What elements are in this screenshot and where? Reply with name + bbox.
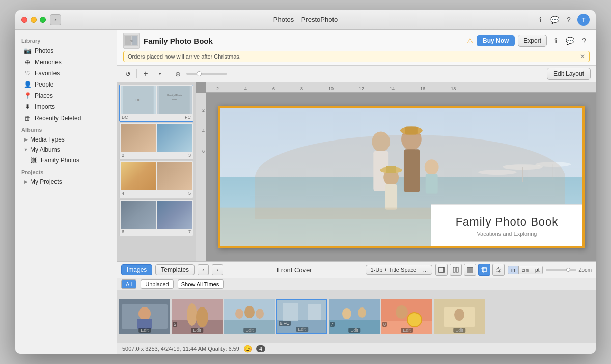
nav-prev-button[interactable]: ‹ [198, 264, 209, 275]
unit-in[interactable]: in [508, 266, 519, 274]
sidebar-item-my-projects[interactable]: ▶ My Projects [17, 177, 115, 187]
sidebar-item-imports[interactable]: ⬇ Imports [17, 101, 115, 113]
trash-icon: 🗑 [23, 114, 32, 122]
toolbar-separator-1 [136, 69, 137, 78]
sidebar-item-my-albums-label: My Albums [30, 146, 60, 153]
thumbnail-1[interactable]: BC Family Photo Book [119, 85, 193, 122]
book-canvas: Family Photo Book Vacations and Explorin… [206, 93, 596, 261]
svg-point-16 [372, 131, 390, 152]
svg-text:Book: Book [172, 98, 177, 101]
notification-close[interactable]: ✕ [580, 53, 585, 60]
zoom-handle[interactable] [566, 268, 570, 272]
thumbnail-4[interactable]: 67 [119, 199, 193, 236]
svg-marker-37 [496, 267, 501, 272]
time-filter[interactable]: Show All Times [178, 279, 224, 289]
back-button[interactable]: ‹ [50, 14, 61, 25]
zoom-control: Zoom [546, 267, 592, 273]
help-button[interactable]: ? [578, 35, 590, 46]
svg-rect-25 [385, 184, 397, 209]
export-button[interactable]: Export [518, 35, 547, 47]
thumb-label-2: 23 [121, 152, 192, 158]
svg-rect-21 [405, 126, 417, 134]
star-icon[interactable] [492, 264, 505, 276]
grid-3-icon[interactable] [464, 264, 476, 276]
main-content: Library 📷 Photos ⊕ Memories ♡ Favorites … [15, 30, 596, 354]
photo-edit-6[interactable]: Edit [401, 328, 413, 333]
ruler-tick-v-2: 2 [202, 108, 205, 113]
sidebar-item-media-types[interactable]: ▶ Media Types [17, 134, 115, 145]
sidebar-item-photos[interactable]: 📷 Photos [17, 45, 115, 57]
zoom-thumb[interactable] [197, 71, 202, 76]
refresh-button[interactable]: ↺ [122, 68, 133, 79]
sidebar-item-memories[interactable]: ⊕ Memories [17, 57, 115, 68]
sidebar-item-my-albums[interactable]: ▼ My Albums [17, 145, 115, 155]
photo-item-4[interactable]: 6,FC Edit [276, 299, 327, 334]
sidebar-item-favorites[interactable]: ♡ Favorites [17, 68, 115, 79]
comment-button[interactable]: 💬 [564, 35, 575, 46]
user-avatar[interactable]: T [577, 14, 590, 26]
grid-1-icon[interactable] [435, 264, 448, 276]
ruler-tick-12: 12 [359, 86, 364, 91]
minimize-button[interactable] [31, 17, 37, 23]
photo-edit-2[interactable]: Edit [191, 328, 203, 333]
ruler-tick-6: 6 [272, 86, 275, 91]
sidebar-item-people[interactable]: 👤 People [17, 79, 115, 90]
thumb-page-fc: Family Photo Book [157, 86, 192, 114]
zoom-button[interactable]: ⊕ [172, 68, 183, 79]
sidebar-item-places[interactable]: 📍 Places [17, 90, 115, 101]
app-window: ‹ Photos – PrestoPhoto ℹ 💬 ? T Library 📷… [15, 10, 596, 354]
chevron-right-icon-2: ▶ [23, 179, 29, 184]
photo-edit-4[interactable]: Edit [296, 327, 308, 332]
sidebar-item-family-photos[interactable]: 🖼 Family Photos [17, 155, 115, 166]
filter-unplaced[interactable]: Unplaced [141, 279, 173, 289]
zoom-slider[interactable] [186, 73, 227, 75]
info-button[interactable]: ℹ [550, 35, 561, 46]
photo-item-6[interactable]: 8 Edit [381, 299, 432, 334]
photo-edit-1[interactable]: Edit [138, 328, 151, 333]
photo-item-2[interactable]: 5 Edit [172, 299, 223, 334]
edit-layout-button[interactable]: Edit Layout [547, 68, 591, 80]
unit-cm[interactable]: cm [519, 266, 532, 274]
zoom-track[interactable] [546, 269, 576, 271]
svg-point-45 [196, 307, 208, 327]
thumbnail-3[interactable]: 45 [119, 161, 193, 198]
thumb-page-bc: BC [121, 86, 156, 114]
photo-item-5[interactable]: 7 Edit [329, 299, 380, 334]
photo-edit-3[interactable]: Edit [243, 328, 256, 333]
projects-label: Projects [15, 166, 117, 177]
sidebar-item-my-projects-label: My Projects [30, 178, 62, 185]
maximize-button[interactable] [40, 17, 46, 23]
photo-item-7[interactable]: Edit [434, 299, 485, 334]
photo-edit-7[interactable]: Edit [453, 328, 465, 333]
filter-all[interactable]: All [121, 279, 136, 289]
info-icon[interactable]: ℹ [535, 14, 546, 25]
tab-templates[interactable]: Templates [155, 264, 195, 275]
thumbnail-2[interactable]: 23 [119, 123, 193, 160]
layout-selector[interactable]: 1-Up + Title Space + ... [366, 265, 432, 275]
photo-item-1[interactable]: Edit [119, 299, 170, 334]
sidebar-item-recently-deleted[interactable]: 🗑 Recently Deleted [17, 113, 115, 124]
right-panel: FC Family Photo Book ⚠ Buy Now Export ℹ … [117, 30, 596, 354]
notification-bar: Orders placed now will arrive after Chri… [123, 51, 590, 62]
buy-now-button[interactable]: Buy Now [477, 35, 515, 46]
toolbar: ↺ + ▾ ⊕ Edit Layout [117, 66, 596, 82]
svg-point-26 [380, 167, 402, 173]
ruler-tick-8: 8 [300, 86, 303, 91]
tab-images[interactable]: Images [121, 264, 152, 275]
svg-rect-30 [453, 267, 455, 272]
unit-pt[interactable]: pt [532, 266, 542, 274]
chat-icon[interactable]: 💬 [549, 14, 560, 25]
ruler-horizontal: 2 4 6 8 10 12 14 16 18 [206, 82, 596, 93]
nav-next-button[interactable]: › [212, 264, 223, 275]
svg-rect-54 [308, 304, 321, 320]
add-button[interactable]: + [140, 68, 151, 79]
crop-icon[interactable] [478, 264, 490, 276]
help-icon[interactable]: ? [563, 14, 574, 25]
ruler-tick-4: 4 [244, 86, 247, 91]
photo-edit-5[interactable]: Edit [348, 328, 360, 333]
grid-2-icon[interactable] [450, 264, 462, 276]
close-button[interactable] [21, 17, 27, 23]
photo-strip: Edit 5 Edit [117, 290, 596, 343]
add-chevron-button[interactable]: ▾ [154, 68, 165, 79]
photo-item-3[interactable]: Edit [224, 299, 275, 334]
